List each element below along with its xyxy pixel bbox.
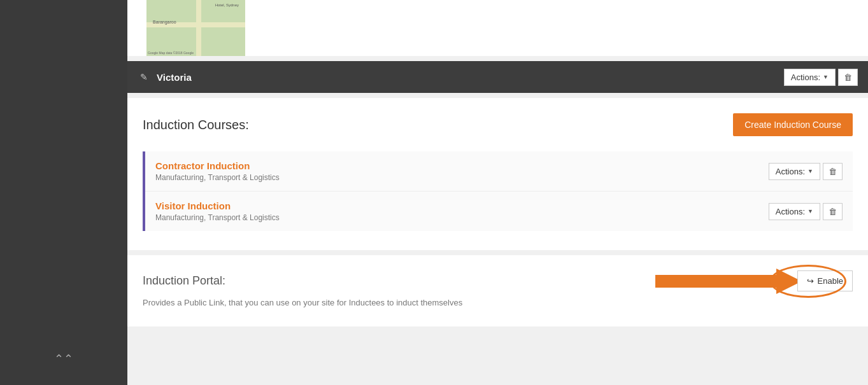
induction-portal-title: Induction Portal: [143, 274, 225, 288]
course-name-contractor[interactable]: Contractor Induction [155, 160, 769, 171]
course-category-visitor: Manufacturing, Transport & Logistics [155, 213, 769, 222]
location-actions-label: Actions: [791, 73, 820, 82]
course-actions-label-visitor: Actions: [776, 207, 805, 216]
course-info-visitor: Visitor Induction Manufacturing, Transpo… [155, 200, 769, 222]
map-hotel-label: Hotel, Sydney [215, 3, 239, 7]
table-row: Contractor Induction Manufacturing, Tran… [145, 151, 853, 192]
location-header: ✎ Victoria Actions: ▼ 🗑 [127, 61, 868, 93]
map-section: Hotel, Sydney Barangaroo Google Map data… [127, 0, 868, 56]
location-delete-icon: 🗑 [844, 73, 852, 82]
course-actions-caret-contractor: ▼ [808, 168, 813, 174]
course-info: Contractor Induction Manufacturing, Tran… [155, 160, 769, 182]
scroll-up-button[interactable]: ⌃⌃ [0, 346, 127, 372]
location-actions-caret: ▼ [823, 74, 829, 80]
arrow-annotation [655, 265, 802, 297]
location-title: Victoria [157, 72, 192, 83]
course-actions-label-contractor: Actions: [776, 167, 805, 176]
edit-location-icon[interactable]: ✎ [138, 69, 150, 85]
table-row: Visitor Induction Manufacturing, Transpo… [145, 192, 853, 231]
course-delete-icon-contractor: 🗑 [829, 167, 837, 176]
enable-label: Enable [818, 276, 843, 286]
induction-courses-title: Induction Courses: [143, 118, 249, 132]
map-image: Hotel, Sydney Barangaroo Google Map data… [146, 0, 245, 56]
main-content: Hotel, Sydney Barangaroo Google Map data… [127, 0, 868, 385]
map-barangaroo-label: Barangaroo [153, 20, 176, 24]
induction-portal-section: Induction Portal: ↪ Enable Prov [127, 255, 868, 326]
course-actions-button-visitor[interactable]: Actions: ▼ [769, 203, 820, 220]
induction-courses-section: Induction Courses: Create Induction Cour… [127, 98, 868, 250]
scroll-up-icon: ⌃⌃ [54, 352, 73, 366]
map-google-label: Google Map data ©2018 Google [148, 51, 194, 55]
course-actions-caret-visitor: ▼ [808, 208, 813, 214]
enable-button[interactable]: ↪ Enable [797, 270, 853, 291]
induction-courses-header: Induction Courses: Create Induction Cour… [143, 113, 853, 136]
course-delete-icon-visitor: 🗑 [829, 207, 837, 216]
svg-marker-0 [655, 269, 802, 294]
create-induction-course-button[interactable]: Create Induction Course [733, 113, 853, 136]
course-name-visitor[interactable]: Visitor Induction [155, 200, 769, 211]
course-delete-button-contractor[interactable]: 🗑 [823, 163, 843, 180]
course-actions-visitor: Actions: ▼ 🗑 [769, 203, 843, 220]
induction-portal-header: Induction Portal: ↪ Enable [143, 270, 853, 291]
enable-icon: ↪ [807, 276, 814, 286]
course-actions-button-contractor[interactable]: Actions: ▼ [769, 163, 820, 180]
induction-portal-description: Provides a Public Link, that you can use… [143, 298, 853, 307]
portal-right: ↪ Enable [797, 270, 853, 291]
enable-button-wrapper: ↪ Enable [797, 270, 853, 291]
location-header-actions: Actions: ▼ 🗑 [784, 69, 858, 86]
course-actions-contractor: Actions: ▼ 🗑 [769, 163, 843, 180]
course-category-contractor: Manufacturing, Transport & Logistics [155, 173, 769, 182]
arrow-svg [655, 265, 802, 297]
location-actions-button[interactable]: Actions: ▼ [784, 69, 836, 86]
location-delete-button[interactable]: 🗑 [838, 69, 858, 86]
course-list: Contractor Induction Manufacturing, Tran… [143, 151, 853, 231]
course-delete-button-visitor[interactable]: 🗑 [823, 203, 843, 220]
sidebar: ⌃⌃ [0, 0, 127, 385]
